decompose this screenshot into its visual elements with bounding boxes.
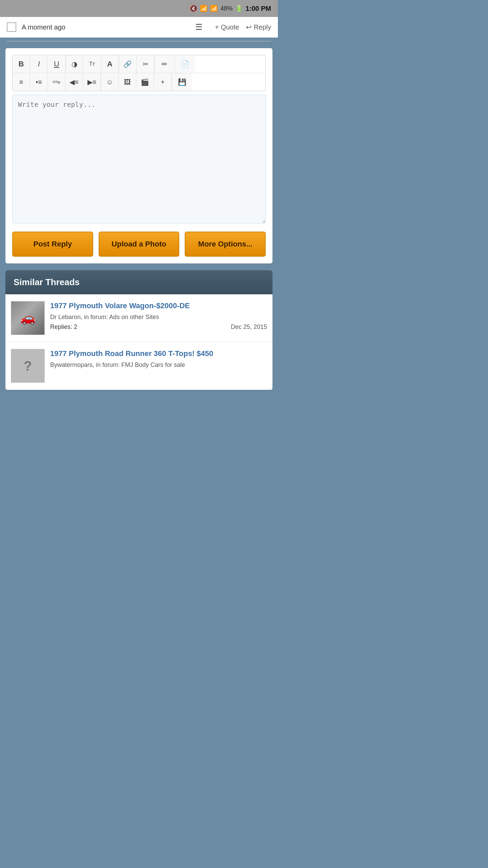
bold-button[interactable]: B [13, 55, 30, 73]
upload-photo-button[interactable]: Upload a Photo [99, 232, 180, 257]
signal-icon: 📶 [210, 5, 218, 12]
post-checkbox[interactable] [7, 22, 16, 32]
toolbar-align-group: ≡ •≡ ¹²³≡ ◀≡ ▶≡ [13, 73, 101, 91]
status-icons: 🔇 📶 📶 48% 🔋 1:00 PM [190, 5, 271, 13]
thread-item[interactable]: 1977 Plymouth Volare Wagon-$2000-DE Dr L… [5, 294, 272, 342]
thread-footer: Replies: 2 Dec 25, 2015 [50, 323, 267, 331]
quote-button[interactable]: + Quote [215, 23, 239, 31]
thread-meta: Dr Lebaron, in forum: Ads on other Sites [50, 314, 267, 321]
toolbar-link-group: 🔗 ✂ [119, 55, 155, 73]
status-bar: 🔇 📶 📶 48% 🔋 1:00 PM [0, 0, 278, 17]
wifi-icon: 📶 [200, 5, 207, 12]
battery-level: 48% [220, 5, 232, 12]
post-reply-button[interactable]: Post Reply [12, 232, 93, 257]
outdent-button[interactable]: ◀≡ [65, 73, 83, 91]
thread-thumbnail-unknown: ? [11, 349, 45, 383]
editor-toolbar: B I U ◑ Tт A 🔗 ✂ ✏ 📄 ≡ •≡ ¹²³≡ [12, 55, 266, 91]
bullet-list-button[interactable]: •≡ [30, 73, 48, 91]
thread-date: Dec 25, 2015 [231, 323, 267, 331]
document-button[interactable]: 📄 [175, 55, 195, 73]
similar-threads-title: Similar Threads [14, 277, 80, 287]
hamburger-menu-icon[interactable]: ☰ [195, 22, 203, 32]
more-options-button[interactable]: More Options... [185, 232, 266, 257]
thread-forum: Ads on other Sites [109, 314, 159, 320]
post-header: A moment ago ☰ + Quote ↩ Reply [0, 17, 278, 38]
similar-threads-header: Similar Threads [5, 270, 272, 294]
thread-info: 1977 Plymouth Road Runner 360 T-Tops! $4… [50, 349, 267, 371]
toolbar-row-2: ≡ •≡ ¹²³≡ ◀≡ ▶≡ ☺ 🖼 🎬 + 💾 [13, 73, 265, 91]
post-timestamp: A moment ago [22, 23, 190, 31]
italic-button[interactable]: I [30, 55, 48, 73]
align-left-button[interactable]: ≡ [13, 73, 30, 91]
save-button[interactable]: 💾 [172, 73, 192, 91]
video-button[interactable]: 🎬 [136, 73, 154, 91]
indent-button[interactable]: ▶≡ [83, 73, 101, 91]
thread-item[interactable]: ? 1977 Plymouth Road Runner 360 T-Tops! … [5, 342, 272, 390]
toolbar-insert-group: ☺ 🖼 🎬 + [101, 73, 172, 91]
thread-info: 1977 Plymouth Volare Wagon-$2000-DE Dr L… [50, 301, 267, 331]
more-insert-button[interactable]: + [154, 73, 171, 91]
divider [7, 41, 271, 41]
toolbar-save-group: 💾 [172, 73, 265, 91]
thread-replies: Replies: 2 [50, 323, 77, 331]
thread-thumbnail [11, 301, 45, 335]
pen-button[interactable]: ✏ [155, 55, 175, 73]
toolbar-row-1: B I U ◑ Tт A 🔗 ✂ ✏ 📄 [13, 55, 265, 73]
reply-editor: B I U ◑ Tт A 🔗 ✂ ✏ 📄 ≡ •≡ ¹²³≡ [5, 48, 272, 263]
thread-author: Bywatermopars [50, 361, 93, 368]
thread-author: Dr Lebaron [50, 314, 81, 320]
link-button[interactable]: 🔗 [119, 55, 137, 73]
underline-button[interactable]: U [48, 55, 65, 73]
similar-threads-section: Similar Threads 1977 Plymouth Volare Wag… [5, 270, 272, 390]
color-button[interactable]: ◑ [66, 55, 83, 73]
emoji-button[interactable]: ☺ [101, 73, 119, 91]
numbered-list-button[interactable]: ¹²³≡ [48, 73, 65, 91]
reply-button[interactable]: ↩ Reply [246, 23, 271, 31]
clock: 1:00 PM [245, 5, 271, 13]
font-size-button[interactable]: Tт [83, 55, 101, 73]
toolbar-format-group: B I U [13, 55, 66, 73]
bluetooth-icon: 🔇 [190, 5, 197, 12]
toolbar-style-group: ◑ Tт A [66, 55, 119, 73]
unlink-button[interactable]: ✂ [137, 55, 154, 73]
image-button[interactable]: 🖼 [119, 73, 136, 91]
font-color-button[interactable]: A [101, 55, 119, 73]
toolbar-extra-group: ✏ 📄 [155, 55, 265, 73]
reply-arrow-icon: ↩ [246, 23, 252, 31]
reply-input[interactable] [12, 95, 266, 223]
thread-meta: Bywatermopars, in forum: FMJ Body Cars f… [50, 361, 267, 369]
thread-title[interactable]: 1977 Plymouth Road Runner 360 T-Tops! $4… [50, 349, 267, 359]
action-buttons: Post Reply Upload a Photo More Options..… [12, 232, 266, 257]
post-actions: + Quote ↩ Reply [215, 23, 271, 31]
battery-icon: 🔋 [235, 5, 243, 12]
thread-title[interactable]: 1977 Plymouth Volare Wagon-$2000-DE [50, 301, 267, 311]
thread-forum: FMJ Body Cars for sale [121, 361, 185, 368]
